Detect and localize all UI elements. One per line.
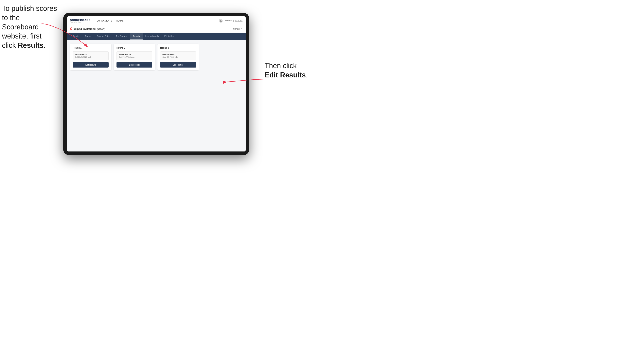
tournament-name: C Clippd Invitational (Open) — [70, 27, 105, 31]
tournament-header: C Clippd Invitational (Open) Cancel ✕ — [67, 25, 246, 33]
tab-details[interactable]: Details — [70, 33, 82, 40]
nav-links: TOURNAMENTS TEAMS — [95, 19, 219, 22]
round-1-course-name: Peachtree GC — [75, 53, 106, 56]
tablet-device: SCOREBOARD Powered by clippd TOURNAMENTS… — [63, 13, 249, 155]
tab-results[interactable]: Results — [130, 33, 142, 40]
tab-teams[interactable]: Teams — [82, 33, 94, 40]
main-content: Round 1 Peachtree GC Gold (M) (7010 yds)… — [67, 40, 246, 152]
empty-slot — [201, 44, 242, 70]
logo-area: SCOREBOARD Powered by clippd — [70, 19, 90, 23]
instruction-right: Then click Edit Results. — [265, 61, 320, 80]
round-2-card: Round 2 Peachtree GC Gold (M) (7010 yds)… — [114, 44, 155, 70]
top-nav: SCOREBOARD Powered by clippd TOURNAMENTS… — [67, 16, 246, 25]
user-avatar — [219, 19, 223, 23]
round-3-course-card: Peachtree GC Gold (M) (7010 yds) — [160, 51, 196, 60]
tablet-screen: SCOREBOARD Powered by clippd TOURNAMENTS… — [67, 16, 246, 152]
tab-nav: Details Teams Course Setup Tee Groups Re… — [67, 33, 246, 40]
instruction-left: To publish scores to the Scoreboard webs… — [2, 4, 57, 50]
tournament-icon: C — [70, 27, 72, 31]
round-3-course-name: Peachtree GC — [162, 53, 194, 56]
round-1-course-card: Peachtree GC Gold (M) (7010 yds) — [73, 51, 108, 60]
round-2-course-card: Peachtree GC Gold (M) (7010 yds) — [116, 51, 152, 60]
round-2-course-detail: Gold (M) (7010 yds) — [119, 56, 150, 58]
logo-subtitle: Powered by clippd — [70, 21, 90, 23]
logo-text: SCOREBOARD — [70, 19, 90, 21]
tab-course-setup[interactable]: Course Setup — [94, 33, 113, 40]
round-1-course-detail: Gold (M) (7010 yds) — [75, 56, 106, 58]
round-1-title: Round 1 — [73, 47, 108, 49]
round-2-title: Round 2 — [116, 47, 152, 49]
cancel-button[interactable]: Cancel ✕ — [233, 28, 242, 30]
signout-link[interactable]: Sign out — [235, 19, 242, 22]
nav-teams[interactable]: TEAMS — [116, 19, 124, 22]
nav-tournaments[interactable]: TOURNAMENTS — [95, 19, 112, 22]
tab-leaderboards[interactable]: Leaderboards — [142, 33, 162, 40]
tab-printables[interactable]: Printables — [162, 33, 177, 40]
round-3-course-detail: Gold (M) (7010 yds) — [162, 56, 194, 58]
round-2-course-name: Peachtree GC — [119, 53, 150, 56]
edit-results-button-1[interactable]: Edit Results — [73, 62, 108, 68]
svg-point-2 — [220, 20, 221, 21]
round-1-card: Round 1 Peachtree GC Gold (M) (7010 yds)… — [70, 44, 111, 70]
round-3-card: Round 3 Peachtree GC Gold (M) (7010 yds)… — [158, 44, 199, 70]
round-3-title: Round 3 — [160, 47, 196, 49]
edit-results-button-2[interactable]: Edit Results — [116, 62, 152, 68]
rounds-grid: Round 1 Peachtree GC Gold (M) (7010 yds)… — [70, 44, 242, 70]
user-label: Test User | — [224, 19, 234, 22]
tab-tee-groups[interactable]: Tee Groups — [113, 33, 130, 40]
tournament-title: Clippd Invitational (Open) — [74, 27, 105, 30]
edit-results-button-3[interactable]: Edit Results — [160, 62, 196, 68]
nav-right: Test User | Sign out — [219, 19, 242, 23]
